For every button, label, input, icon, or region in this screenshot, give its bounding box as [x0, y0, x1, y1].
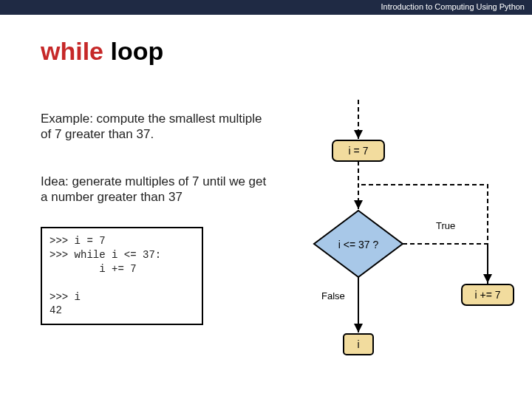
flow-init-label: i = 7	[349, 145, 369, 157]
title-word-while: while	[41, 37, 103, 65]
header-bar: Introduction to Computing Using Python	[0, 0, 532, 15]
flowchart: i = 7 i <= 37 ? True i += 7 False i	[281, 96, 525, 392]
flow-cond-label: i <= 37 ?	[338, 239, 379, 250]
left-column: Example: compute the smallest multiple o…	[41, 111, 270, 325]
slide-title: while loop	[41, 37, 532, 66]
flow-false-label: False	[321, 290, 345, 301]
title-word-loop: loop	[110, 37, 163, 65]
header-text: Introduction to Computing Using Python	[381, 2, 525, 11]
code-box: >>> i = 7 >>> while i <= 37: i += 7 >>> …	[41, 227, 203, 325]
flow-output-label: i	[357, 338, 359, 350]
flow-update-label: i += 7	[474, 289, 500, 301]
flow-true-label: True	[436, 220, 455, 231]
flow-arrow-true	[403, 244, 488, 283]
example-text: Example: compute the smallest multiple o…	[41, 111, 270, 143]
idea-text: Idea: generate multiples of 7 until we g…	[41, 174, 270, 205]
